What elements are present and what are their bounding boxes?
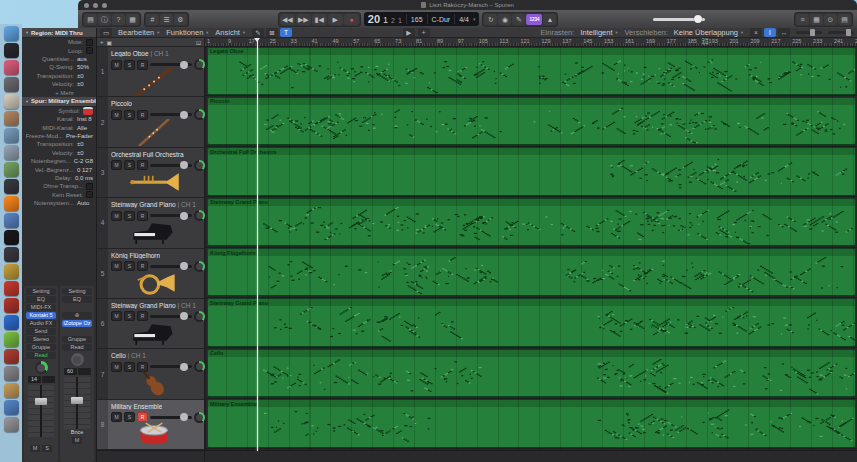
midi-region-steinway-grand-piano[interactable]: Steinway Grand Piano: [207, 298, 856, 346]
dock-icon-finder[interactable]: [4, 26, 19, 41]
vertical-zoom-slider[interactable]: [828, 31, 854, 34]
track-header-orchestral-full-orchestra[interactable]: 3Orchestral Full OrchestraMSR: [97, 148, 204, 198]
param-value[interactable]: 0 127: [77, 167, 93, 173]
horizontal-scrollbar-area[interactable]: [205, 450, 857, 462]
duplicate-track-icon[interactable]: ▣: [107, 39, 113, 46]
lcd-chevron-icon[interactable]: ▾: [473, 16, 476, 22]
strip-slot-izotope-oz[interactable]: iZotope Oz: [62, 320, 92, 327]
inspector-row[interactable]: Symbol:: [22, 107, 96, 115]
inspector-row[interactable]: MIDI-Kanal:Alle: [22, 124, 96, 132]
dock-icon-red-app[interactable]: [4, 298, 19, 313]
track-name[interactable]: König Flügelhorn: [111, 252, 160, 259]
dock-icon-coin-app[interactable]: [4, 264, 19, 279]
smart-controls-icon[interactable]: #: [146, 14, 159, 25]
dock-icon-collage-app[interactable]: [4, 111, 19, 126]
inspector-row[interactable]: Q-Swing:50%: [22, 63, 96, 71]
inspector-row[interactable]: + Mehr: [22, 88, 96, 96]
track-header-k-nig-fl-gelhorn[interactable]: 5König FlügelhornMSR: [97, 249, 204, 299]
snap-menu[interactable]: Intelligent▼: [580, 28, 618, 37]
dock-icon-green-book-app[interactable]: [4, 332, 19, 347]
volume-fader[interactable]: [28, 385, 54, 437]
inspector-icon[interactable]: ⓘ: [98, 14, 111, 25]
track-name[interactable]: Military Ensemble: [111, 403, 162, 410]
track-name[interactable]: Legato Oboe | CH 1: [111, 50, 169, 57]
dock-icon-apps-cluster[interactable]: [4, 145, 19, 160]
key-display[interactable]: C-Dur: [432, 16, 451, 23]
dock-icon-folder-app[interactable]: [4, 213, 19, 228]
inspector-row[interactable]: Transposition:±0: [22, 140, 96, 148]
track-volume-slider[interactable]: [150, 265, 192, 268]
strip-value-2[interactable]: [78, 368, 91, 375]
strip-value[interactable]: 14: [28, 376, 41, 383]
dock-icon-film-reel-app[interactable]: [4, 179, 19, 194]
param-value[interactable]: 50%: [77, 64, 93, 70]
pan-knob[interactable]: [35, 361, 48, 374]
track-volume-slider[interactable]: [150, 63, 192, 66]
strip-value-2[interactable]: [42, 376, 55, 383]
titlebar[interactable]: Liszt Rákóczy-Marsch – Spuren: [78, 0, 857, 10]
dock-icon-trash[interactable]: [4, 417, 19, 432]
dock-icon-bbedit[interactable]: [4, 315, 19, 330]
midi-region-steinway-grand-piano[interactable]: Steinway Grand Piano: [207, 198, 856, 246]
midi-region-k-nig-fl-gelhorn[interactable]: König Flügelhorn: [207, 248, 856, 296]
inspector-row[interactable]: Velocity:±0: [22, 149, 96, 157]
mixer-icon[interactable]: ☰: [160, 14, 173, 25]
strip-slot-read[interactable]: Read: [26, 352, 56, 359]
track-header-steinway-grand-piano[interactable]: 4Steinway Grand Piano | CH 1MSR: [97, 198, 204, 248]
pencil-icon[interactable]: ✎: [252, 28, 264, 37]
dock-icon-preview-app[interactable]: [4, 128, 19, 143]
inspector-row[interactable]: Kanal:Inst 8: [22, 115, 96, 123]
dock-icon-media-app[interactable]: [4, 162, 19, 177]
dock-icon-final-cut[interactable]: [4, 247, 19, 262]
param-value[interactable]: Auto: [77, 200, 93, 206]
region-inspector-header[interactable]: ▼Region: MIDI Thru: [22, 28, 96, 38]
no-overlap-icon[interactable]: ⊠: [266, 28, 278, 37]
track-header-military-ensemble[interactable]: 8Military EnsembleMSR: [97, 400, 204, 450]
midi-region-piccolo[interactable]: Piccolo: [207, 97, 856, 145]
track-header-legato-oboe[interactable]: 1Legato Oboe | CH 1MSR: [97, 47, 204, 97]
editors-icon[interactable]: ⚙: [174, 14, 187, 25]
quick-help-icon[interactable]: ?: [112, 14, 125, 25]
add-track-button[interactable]: +: [100, 39, 104, 45]
dock-icon-photos-app[interactable]: [4, 60, 19, 75]
strip-slot-eq[interactable]: EQ: [26, 296, 56, 303]
track-volume-slider[interactable]: [150, 113, 192, 116]
play-button[interactable]: ▶: [328, 14, 343, 25]
dock-icon-vlc[interactable]: [4, 196, 19, 211]
marquee-button[interactable]: I: [764, 28, 776, 37]
position-bar[interactable]: 20: [368, 13, 380, 25]
pan-knob[interactable]: [71, 353, 84, 366]
inspector-row[interactable]: Velocity:±0: [22, 80, 96, 88]
track-volume-slider[interactable]: [150, 214, 192, 217]
dock-icon-gray-app[interactable]: [4, 366, 19, 381]
track-name[interactable]: Piccolo: [111, 100, 132, 107]
inspector-row[interactable]: Notensystem...Auto: [22, 199, 96, 207]
record-button[interactable]: ●: [344, 14, 359, 25]
inspector-row[interactable]: Vel.-Begrenz...0 127: [22, 165, 96, 173]
track-header-options-icon[interactable]: ⊡: [196, 39, 201, 46]
position-beat[interactable]: 1: [383, 15, 388, 25]
volume-fader[interactable]: [64, 377, 90, 429]
master-volume-slider[interactable]: [653, 18, 705, 21]
menu-functions[interactable]: Funktionen▼: [166, 28, 209, 37]
strip-value[interactable]: 60: [64, 368, 77, 375]
param-value[interactable]: Inst 8: [77, 116, 93, 122]
forward-button[interactable]: ▶▶: [296, 14, 311, 25]
track-symbol-drum-icon[interactable]: [83, 107, 93, 115]
track-header-piccolo[interactable]: 2PiccoloMSR: [97, 97, 204, 147]
master-volume[interactable]: [653, 18, 705, 21]
horizontal-zoom-slider[interactable]: [796, 31, 822, 34]
track-volume-slider[interactable]: [150, 315, 192, 318]
strip-slot-kontakt-5[interactable]: Kontakt 5: [26, 312, 56, 319]
strip-slot-send[interactable]: Send: [26, 328, 56, 335]
dock-icon-restricted-app[interactable]: [4, 281, 19, 296]
strip-slot-gruppe[interactable]: Gruppe: [62, 336, 92, 343]
inspector-row[interactable]: Loop:: [22, 46, 96, 54]
track-name[interactable]: Steinway Grand Piano | CH 1: [111, 201, 196, 208]
track-name[interactable]: Cello | CH 1: [111, 352, 146, 359]
track-volume-slider[interactable]: [150, 416, 192, 419]
inspector-row[interactable]: Delay:0,0 ms: [22, 174, 96, 182]
track-header-steinway-grand-piano[interactable]: 6Steinway Grand Piano | CH 1MSR: [97, 299, 204, 349]
rewind-button[interactable]: ◀◀: [280, 14, 295, 25]
media-browser-icon[interactable]: ▦: [810, 14, 823, 25]
